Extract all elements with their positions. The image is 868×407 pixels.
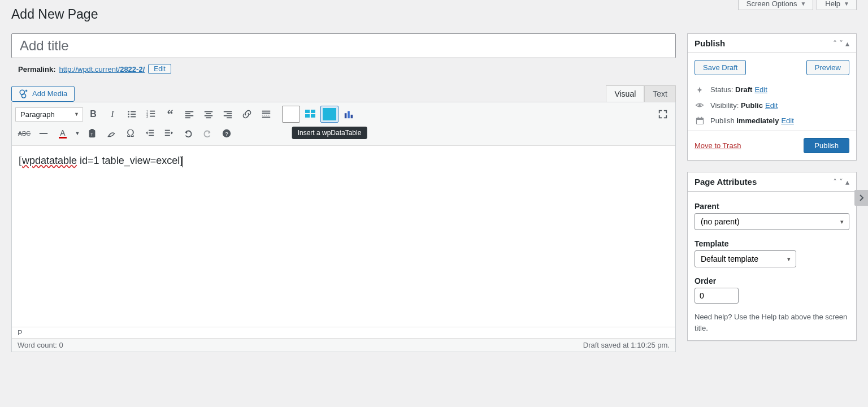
undo-button[interactable] — [179, 125, 197, 142]
help-button[interactable]: Help▼ — [817, 0, 857, 10]
text-color-button[interactable]: A — [54, 125, 72, 142]
svg-rect-38 — [348, 111, 350, 119]
parent-select[interactable]: (no parent) — [695, 213, 849, 230]
svg-rect-45 — [149, 133, 154, 134]
move-down-icon[interactable]: ˅ — [839, 177, 843, 187]
hr-button[interactable] — [34, 125, 53, 142]
clear-format-button[interactable] — [102, 125, 120, 142]
bold-button[interactable]: B — [84, 106, 102, 123]
permalink-row: Permalink: http://wpdt.current/2822-2/ E… — [11, 58, 676, 77]
readmore-button[interactable] — [257, 106, 275, 123]
publish-button[interactable]: Publish — [804, 138, 849, 153]
outdent-button[interactable] — [141, 125, 159, 142]
template-select[interactable]: Default template — [695, 250, 796, 267]
svg-rect-5 — [131, 114, 136, 115]
caret-down-icon: ▼ — [800, 1, 806, 7]
toggle-icon[interactable]: ▴ — [845, 177, 849, 187]
indent-button[interactable] — [160, 125, 178, 142]
svg-rect-36 — [330, 114, 335, 118]
svg-rect-33 — [324, 110, 329, 113]
move-down-icon[interactable]: ˅ — [839, 39, 843, 48]
svg-text:3: 3 — [146, 115, 148, 119]
italic-button[interactable]: I — [103, 106, 121, 123]
caret-down-icon: ▼ — [844, 1, 849, 7]
svg-point-2 — [128, 114, 129, 115]
svg-rect-48 — [165, 133, 170, 134]
svg-rect-21 — [224, 111, 232, 112]
paste-text-button[interactable]: T — [83, 125, 101, 142]
permalink-edit-button[interactable]: Edit — [148, 64, 171, 74]
svg-rect-23 — [224, 115, 232, 116]
tab-visual[interactable]: Visual — [606, 85, 644, 102]
visibility-edit-link[interactable]: Edit — [765, 101, 778, 110]
svg-rect-19 — [205, 115, 212, 116]
align-right-button[interactable] — [219, 106, 237, 123]
svg-rect-15 — [185, 115, 193, 116]
media-icon — [19, 89, 29, 99]
page-attributes-title: Page Attributes — [695, 177, 757, 187]
add-media-button[interactable]: Add Media — [11, 86, 75, 102]
svg-rect-12 — [150, 116, 155, 117]
tab-text[interactable]: Text — [644, 85, 676, 102]
redo-button[interactable] — [198, 125, 216, 142]
move-up-icon[interactable]: ˄ — [833, 177, 837, 187]
calendar-icon — [695, 116, 705, 125]
caret-down-icon: ▼ — [74, 111, 79, 117]
svg-rect-31 — [311, 114, 315, 118]
align-left-button[interactable] — [180, 106, 198, 123]
help-keyboard-button[interactable]: ? — [218, 125, 236, 142]
wpdatatable-small-button[interactable] — [301, 106, 319, 123]
save-draft-button[interactable]: Save Draft — [695, 60, 746, 75]
collapse-sidebar-handle[interactable] — [854, 190, 868, 206]
fullscreen-button[interactable] — [654, 106, 672, 123]
link-button[interactable] — [238, 106, 256, 123]
svg-rect-55 — [697, 117, 698, 119]
order-input[interactable] — [695, 288, 739, 304]
text-color-dropdown[interactable]: ▼ — [73, 125, 82, 142]
svg-rect-10 — [150, 111, 155, 112]
svg-rect-47 — [165, 130, 170, 131]
word-count: Word count: 0 — [18, 341, 63, 349]
schedule-edit-link[interactable]: Edit — [781, 116, 793, 125]
align-center-button[interactable] — [199, 106, 218, 123]
editor-content-area[interactable]: [wpdatatable id=1 table_view=excel] — [12, 146, 675, 327]
svg-rect-20 — [206, 118, 211, 119]
preview-button[interactable]: Preview — [806, 60, 849, 75]
svg-rect-28 — [305, 110, 310, 113]
svg-rect-34 — [330, 110, 335, 113]
publish-box-title: Publish — [695, 38, 725, 48]
svg-rect-46 — [149, 135, 154, 136]
order-label: Order — [695, 273, 849, 288]
svg-rect-35 — [324, 114, 329, 118]
insert-wpdatatable-button[interactable]: Insert a wpDataTable — [320, 106, 338, 123]
toggle-icon[interactable]: ▴ — [845, 39, 849, 48]
numbered-list-button[interactable]: 123 — [142, 106, 160, 123]
svg-rect-14 — [185, 114, 190, 115]
permalink-link[interactable]: http://wpdt.current/2822-2/ — [59, 65, 145, 73]
insert-chart-button[interactable] — [340, 106, 358, 123]
svg-point-52 — [698, 104, 701, 106]
template-label: Template — [695, 236, 849, 250]
color-box-button[interactable] — [282, 106, 300, 123]
special-char-button[interactable]: Ω — [121, 125, 140, 142]
blockquote-button[interactable]: “ — [161, 106, 179, 123]
bullet-list-button[interactable] — [123, 106, 141, 123]
svg-text:T: T — [90, 132, 93, 137]
move-to-trash-link[interactable]: Move to Trash — [695, 141, 741, 150]
svg-point-3 — [128, 116, 129, 118]
tooltip: Insert a wpDataTable — [292, 127, 367, 139]
post-title-input[interactable] — [11, 33, 676, 58]
svg-rect-27 — [262, 117, 270, 118]
format-select[interactable]: Paragraph▼ — [15, 107, 83, 122]
svg-text:?: ? — [225, 131, 228, 137]
svg-rect-16 — [185, 118, 190, 119]
svg-rect-22 — [227, 114, 232, 115]
status-edit-link[interactable]: Edit — [754, 85, 767, 94]
element-path: P — [12, 327, 675, 338]
move-up-icon[interactable]: ˄ — [833, 39, 837, 48]
svg-rect-18 — [206, 114, 211, 115]
strikethrough-button[interactable]: ABC — [15, 125, 33, 142]
autosave-status: Draft saved at 1:10:25 pm. — [583, 341, 670, 349]
screen-options-button[interactable]: Screen Options▼ — [738, 0, 814, 10]
svg-rect-54 — [696, 118, 703, 120]
